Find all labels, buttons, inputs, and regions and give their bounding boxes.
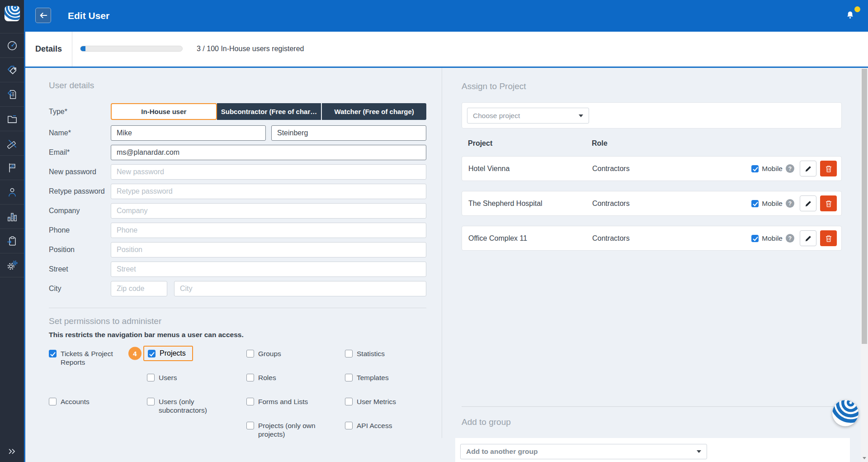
edit-role-button[interactable] [800, 230, 816, 246]
templates-checkbox[interactable] [345, 374, 353, 381]
phone-field[interactable] [111, 223, 426, 238]
scrollbar-down-arrow[interactable] [863, 457, 866, 459]
accounts-checkbox[interactable] [49, 398, 57, 405]
back-button[interactable] [35, 8, 51, 23]
delete-project-button[interactable] [820, 230, 837, 246]
project-name: Hotel Vienna [468, 165, 592, 173]
statistics-checkbox[interactable] [345, 350, 353, 357]
double-chevron-right-icon [7, 447, 18, 457]
permission-label: API Access [357, 421, 392, 430]
floating-brand-button[interactable] [832, 400, 859, 426]
delete-project-button[interactable] [820, 195, 837, 211]
sidebar-item-forms[interactable] [0, 229, 24, 253]
form-row-street: Street [49, 262, 426, 277]
permission-projects-own: Projects (only own projects) [246, 421, 345, 445]
edit-role-button[interactable] [800, 195, 816, 211]
mobile-access-toggle: Mobile ? [751, 164, 794, 173]
sidebar-item-dashboard[interactable] [0, 33, 24, 57]
position-field[interactable] [111, 242, 426, 257]
main-content: User details Type* In-House user Subcont… [25, 68, 868, 462]
project-role: Contractors [592, 200, 751, 208]
user-details-form: Type* In-House user Subcontractor (Free … [49, 103, 426, 300]
help-icon[interactable]: ? [786, 164, 794, 173]
sidebar-item-plans[interactable] [0, 131, 24, 155]
sidebar-item-reports[interactable] [0, 155, 24, 180]
form-row-phone: Phone [49, 223, 426, 238]
zip-code-field[interactable] [111, 281, 167, 296]
permission-users: Users [147, 373, 246, 397]
trash-icon [825, 200, 832, 208]
scrollbar-thumb[interactable] [862, 69, 867, 344]
retype-password-field[interactable] [111, 184, 426, 199]
notifications-button[interactable] [845, 10, 855, 23]
tickets-reports-checkbox[interactable] [49, 350, 57, 357]
type-option-inhouse[interactable]: In-House user [111, 103, 217, 120]
choose-project-select[interactable]: Choose project [467, 108, 589, 124]
permission-label: Templates [357, 373, 389, 382]
phone-label: Phone [49, 226, 111, 234]
project-role: Contractors [592, 234, 751, 243]
choose-project-placeholder: Choose project [473, 112, 520, 120]
company-field[interactable] [111, 203, 426, 219]
help-icon[interactable]: ? [786, 234, 794, 243]
planradar-logo-icon[interactable] [4, 5, 20, 23]
permission-projects-highlight: 4 Projects [143, 346, 193, 361]
sidebar-item-tags[interactable] [0, 57, 24, 82]
projects-own-checkbox[interactable] [246, 422, 254, 429]
permission-forms-lists: Forms and Lists [246, 397, 345, 421]
permission-api-access: API Access [345, 421, 429, 445]
choose-project-card: Choose project [462, 102, 842, 129]
email-label: Email* [49, 148, 111, 157]
tab-details[interactable]: Details [25, 32, 72, 67]
permission-label: Tickets & Project Reports [61, 349, 117, 367]
flag-icon [6, 162, 18, 174]
first-name-field[interactable] [111, 125, 266, 141]
project-row: Hotel Vienna Contractors Mobile ? [462, 156, 842, 181]
permission-label: Projects [160, 349, 186, 357]
form-row-email: Email* [49, 145, 426, 160]
projects-checkbox[interactable] [148, 350, 156, 357]
sidebar-expand-button[interactable] [0, 447, 24, 457]
chevron-down-icon [579, 114, 583, 117]
ticket-document-icon [6, 89, 18, 100]
new-password-field[interactable] [111, 164, 426, 180]
sidebar-item-users[interactable] [0, 180, 24, 204]
groups-checkbox[interactable] [246, 350, 254, 357]
city-label: City [49, 285, 111, 293]
sidebar-nav [0, 33, 24, 277]
permissions-subtitle: This restricts the navigation bar menus … [49, 331, 244, 339]
help-icon[interactable]: ? [786, 199, 794, 208]
api-access-checkbox[interactable] [345, 422, 353, 429]
users-subcontractors-checkbox[interactable] [147, 398, 155, 405]
user-metrics-checkbox[interactable] [345, 398, 353, 405]
column-role: Role [592, 139, 608, 148]
name-label: Name* [49, 129, 111, 137]
pencil-icon [804, 165, 812, 173]
city-field[interactable] [174, 281, 426, 296]
sidebar-item-projects[interactable] [0, 106, 24, 131]
mobile-checkbox[interactable] [751, 235, 759, 242]
user-quota-progressbar [80, 46, 183, 52]
sidebar-item-settings[interactable] [0, 253, 24, 277]
edit-role-button[interactable] [800, 161, 816, 176]
mobile-checkbox[interactable] [751, 200, 759, 207]
users-checkbox[interactable] [147, 374, 155, 381]
sidebar-item-tickets[interactable] [0, 82, 24, 106]
last-name-field[interactable] [271, 125, 426, 141]
column-project: Project [468, 139, 592, 148]
sidebar-item-statistics[interactable] [0, 204, 24, 229]
mobile-checkbox[interactable] [751, 165, 759, 172]
mobile-access-toggle: Mobile ? [751, 199, 794, 208]
project-row: The Shepherd Hospital Contractors Mobile… [462, 191, 842, 216]
add-group-select[interactable]: Add to another group [460, 444, 707, 459]
permission-label: Users [159, 373, 177, 382]
roles-checkbox[interactable] [246, 374, 254, 381]
email-field[interactable] [111, 145, 426, 160]
street-field[interactable] [111, 262, 426, 277]
vertical-scrollbar[interactable] [861, 68, 868, 462]
delete-project-button[interactable] [820, 161, 837, 176]
forms-lists-checkbox[interactable] [246, 398, 254, 405]
add-group-placeholder: Add to another group [466, 448, 538, 456]
type-option-subcontractor[interactable]: Subcontractor (Free of char… [217, 103, 321, 120]
type-option-watcher[interactable]: Watcher (Free of charge) [321, 103, 426, 120]
